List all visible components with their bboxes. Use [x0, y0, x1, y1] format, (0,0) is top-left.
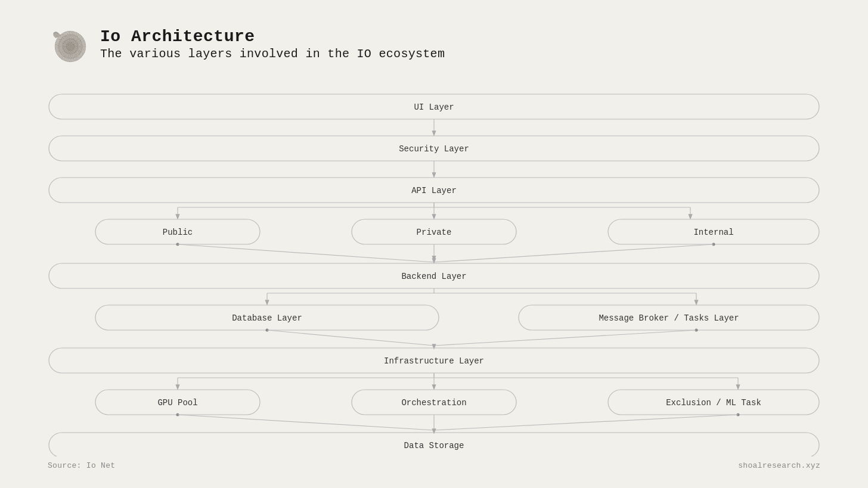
page: Io Architecture The various layers invol… [0, 0, 868, 488]
svg-line-23 [434, 244, 714, 262]
data-storage-label: Data Storage [404, 441, 464, 450]
infrastructure-layer-label: Infrastructure Layer [384, 356, 484, 366]
diagram: UI Layer Security Layer API Layer [48, 81, 820, 456]
svg-line-36 [434, 330, 696, 346]
footer-website: shoalresearch.xyz [738, 461, 820, 470]
message-broker-label: Message Broker / Tasks Layer [599, 313, 739, 323]
svg-line-52 [434, 415, 738, 430]
orchestration-label: Orchestration [401, 398, 466, 408]
footer-source: Source: Io Net [48, 461, 115, 470]
private-label: Private [417, 228, 452, 237]
ui-layer-label: UI Layer [414, 102, 454, 112]
logo-icon [48, 24, 88, 64]
api-layer-label: API Layer [411, 186, 457, 195]
gpu-pool-label: GPU Pool [157, 398, 197, 408]
svg-line-34 [267, 330, 434, 346]
internal-label: Internal [693, 228, 733, 237]
footer: Source: Io Net shoalresearch.xyz [48, 456, 820, 470]
header: Io Architecture The various layers invol… [48, 24, 820, 64]
backend-layer-label: Backend Layer [401, 272, 466, 281]
exclusion-label: Exclusion / ML Task [666, 398, 761, 408]
page-title: Io Architecture [100, 27, 445, 46]
public-label: Public [163, 228, 193, 237]
svg-point-3 [66, 42, 75, 51]
database-layer-label: Database Layer [232, 313, 302, 323]
security-layer-label: Security Layer [399, 144, 469, 154]
svg-line-20 [178, 244, 434, 262]
svg-line-49 [178, 415, 434, 430]
header-text: Io Architecture The various layers invol… [100, 27, 445, 61]
page-subtitle: The various layers involved in the IO ec… [100, 47, 445, 61]
